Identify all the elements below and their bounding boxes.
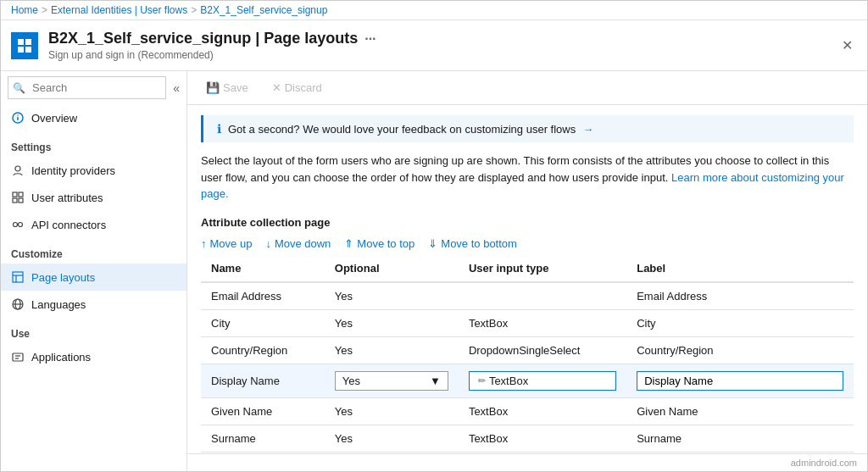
identity-providers-icon — [11, 164, 25, 177]
move-toolbar: ↑ Move up ↓ Move down ⇑ Move to top ⇓ Mo… — [187, 232, 867, 255]
cell-input-type: TextBox — [459, 309, 626, 336]
cell-name: Given Name — [201, 397, 325, 425]
sidebar-item-user-attributes[interactable]: User attributes — [1, 184, 186, 211]
description-text: Select the layout of the form users who … — [187, 153, 867, 209]
cell-name: Country/Region — [201, 336, 325, 364]
sidebar-item-page-layouts[interactable]: Page layouts — [1, 264, 186, 291]
cell-optional: Yes — [325, 336, 459, 364]
languages-icon — [11, 297, 25, 311]
svg-point-6 — [17, 114, 19, 116]
col-name: Name — [201, 255, 325, 282]
input-type-textbox[interactable]: ✏TextBox — [469, 371, 616, 391]
table-row[interactable]: Given NameYesTextBoxGiven Name — [201, 397, 854, 425]
svg-rect-15 — [13, 272, 23, 282]
breadcrumb-home[interactable]: Home — [11, 4, 38, 16]
sidebar-item-identity-providers[interactable]: Identity providers — [1, 157, 186, 184]
watermark: admindroid.com — [187, 453, 867, 471]
move-up-button[interactable]: ↑ Move up — [201, 237, 252, 250]
attributes-table: Name Optional User input type Label Emai… — [201, 255, 854, 453]
cell-label: Given Name — [626, 397, 854, 425]
cell-input-type — [459, 282, 626, 310]
sidebar-item-label: Applications — [31, 351, 91, 364]
table-row[interactable]: SurnameYesTextBoxSurname — [201, 425, 854, 452]
col-optional: Optional — [325, 255, 459, 282]
feedback-link[interactable]: → — [582, 123, 593, 136]
svg-rect-10 — [13, 198, 17, 203]
optional-dropdown[interactable]: Yes▼ — [335, 371, 448, 391]
cell-input-type: DropdownSingleSelect — [459, 336, 626, 364]
toolbar: 💾 Save ✕ Discard — [187, 71, 867, 105]
search-icon: 🔍 — [13, 82, 25, 94]
col-input-type: User input type — [459, 255, 626, 282]
sidebar-item-overview[interactable]: Overview — [1, 104, 186, 131]
main-area: 🔍 « Overview Settings Identity providers — [1, 71, 867, 471]
api-connectors-icon — [11, 218, 25, 231]
cell-optional: Yes — [325, 282, 459, 310]
table-row[interactable]: Display NameYes▼✏TextBox — [201, 364, 854, 397]
user-attributes-icon — [11, 191, 25, 204]
svg-point-13 — [19, 223, 23, 227]
cell-optional: Yes — [325, 309, 459, 336]
discard-icon: ✕ — [272, 81, 281, 94]
close-button[interactable]: ✕ — [837, 36, 857, 56]
title-bar: B2X_1_Self_service_signup | Page layouts… — [1, 20, 867, 71]
move-to-top-icon: ⇑ — [344, 237, 353, 250]
app-icon — [11, 32, 38, 59]
cell-input-type: TextBox — [459, 425, 626, 452]
svg-rect-0 — [18, 39, 24, 45]
sidebar-item-api-connectors[interactable]: API connectors — [1, 211, 186, 238]
search-box: 🔍 — [8, 76, 166, 99]
customize-section-label: Customize — [1, 238, 186, 264]
breadcrumb: Home > External Identities | User flows … — [1, 1, 867, 20]
label-input[interactable] — [637, 371, 843, 391]
sidebar-item-label: Page layouts — [31, 271, 95, 284]
move-to-top-button[interactable]: ⇑ Move to top — [344, 237, 415, 250]
col-label: Label — [626, 255, 854, 282]
cell-label: Surname — [626, 425, 854, 452]
breadcrumb-signup[interactable]: B2X_1_Self_service_signup — [200, 4, 327, 16]
sidebar-item-label: Languages — [31, 298, 86, 311]
cell-name: Email Address — [201, 282, 325, 310]
page-subtitle: Sign up and sign in (Recommended) — [48, 49, 837, 61]
sidebar-item-applications[interactable]: Applications — [1, 343, 186, 370]
cell-optional: Yes — [325, 425, 459, 452]
applications-icon — [11, 350, 25, 364]
cell-label: Email Address — [626, 282, 854, 310]
feedback-text: Got a second? We would love your feedbac… — [228, 123, 576, 136]
search-input[interactable] — [8, 76, 166, 99]
move-down-icon: ↓ — [265, 237, 271, 250]
cell-name: Display Name — [201, 364, 325, 397]
svg-rect-1 — [25, 39, 31, 45]
move-to-bottom-icon: ⇓ — [428, 237, 437, 250]
overview-icon — [11, 111, 25, 125]
table-row[interactable]: Email AddressYesEmail Address — [201, 282, 854, 310]
move-down-button[interactable]: ↓ Move down — [265, 237, 331, 250]
move-to-bottom-button[interactable]: ⇓ Move to bottom — [428, 237, 517, 250]
svg-rect-11 — [19, 198, 23, 203]
collapse-sidebar-button[interactable]: « — [173, 81, 180, 95]
cell-optional: Yes — [325, 397, 459, 425]
pencil-icon: ✏ — [478, 375, 486, 386]
sidebar-item-label: User attributes — [31, 192, 103, 204]
table-row[interactable]: Country/RegionYesDropdownSingleSelectCou… — [201, 336, 854, 364]
svg-rect-8 — [13, 192, 17, 197]
breadcrumb-user-flows[interactable]: External Identities | User flows — [51, 4, 187, 16]
move-up-icon: ↑ — [201, 237, 207, 250]
section-title: Attribute collection page — [187, 209, 867, 232]
save-button[interactable]: 💾 Save — [201, 78, 253, 97]
svg-rect-3 — [25, 47, 31, 53]
cell-label: City — [626, 309, 854, 336]
discard-button[interactable]: ✕ Discard — [267, 78, 327, 97]
info-icon: ℹ — [217, 122, 221, 136]
feedback-bar: ℹ Got a second? We would love your feedb… — [201, 115, 854, 142]
cell-name: City — [201, 309, 325, 336]
save-icon: 💾 — [206, 81, 220, 94]
cell-label: Country/Region — [626, 336, 854, 364]
sidebar-item-languages[interactable]: Languages — [1, 291, 186, 318]
chevron-down-icon: ▼ — [430, 375, 441, 387]
cell-name: Surname — [201, 425, 325, 452]
svg-rect-9 — [19, 192, 23, 197]
ellipsis-button[interactable]: ··· — [364, 31, 376, 47]
table-row[interactable]: CityYesTextBoxCity — [201, 309, 854, 336]
svg-rect-21 — [13, 353, 23, 361]
